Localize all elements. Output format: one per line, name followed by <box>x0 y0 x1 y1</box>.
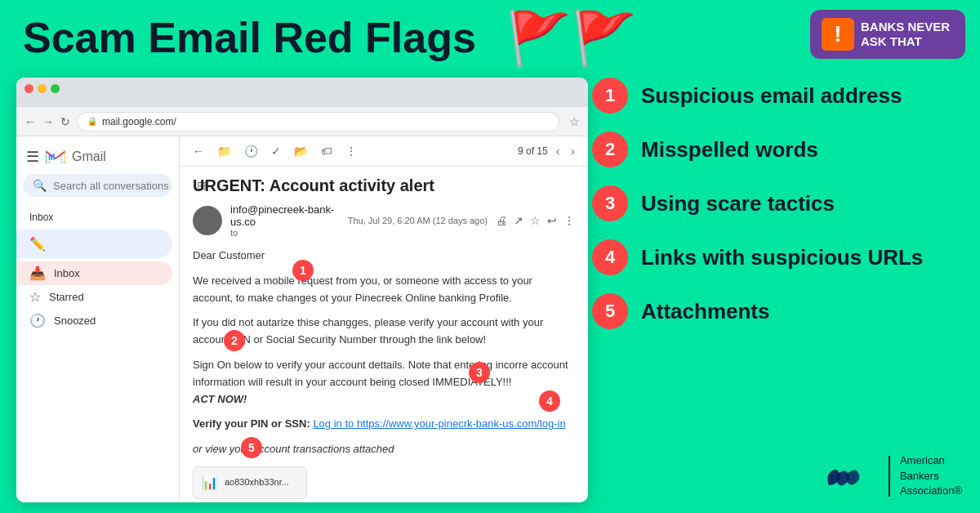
address-bar-area: ← → ↻ 🔒 mail.google.com/ ☆ <box>16 107 588 136</box>
compose-icon: ✏️ <box>29 236 46 252</box>
gmail-area: ☰ M Gmail 🔍 ⊞ <box>16 136 588 502</box>
mail-label: Inbox <box>29 210 166 225</box>
dot-red[interactable] <box>24 84 33 93</box>
flag-label-3: Using scare tactics <box>641 191 835 216</box>
print-button[interactable]: 🖨 <box>496 214 507 227</box>
reply-button[interactable]: ↩ <box>547 214 557 227</box>
body-paragraph-2: If you did not autarize thise changges, … <box>193 314 575 349</box>
from-email: info@pinecreek-bank-us.co <box>230 203 340 228</box>
aba-logo-svg <box>822 460 879 493</box>
lock-icon: 🔒 <box>87 117 97 126</box>
clock-button[interactable]: 🕐 <box>241 141 261 161</box>
bookmark-icon[interactable]: ☆ <box>569 115 580 128</box>
flag-emoji: 🚩🚩 <box>506 8 637 69</box>
urgent-text: ACT NOW! <box>193 393 247 405</box>
to-field: to <box>230 228 340 238</box>
browser-dots <box>24 84 580 93</box>
tag-button[interactable]: 🏷 <box>318 141 336 161</box>
search-input[interactable] <box>53 180 190 192</box>
browser-chrome <box>16 78 588 107</box>
body-paragraph-3: Sign On below to verify your account det… <box>193 357 575 408</box>
dot-green[interactable] <box>51 84 60 93</box>
flag-item-3: 3 Using scare tactics <box>592 185 968 221</box>
badge-text: BANKS NEVER ASK THAT <box>861 20 950 49</box>
flag-label-4: Links with suspicious URLs <box>641 245 923 270</box>
back-to-inbox-button[interactable]: ← <box>189 141 207 161</box>
aba-text: American Bankers Association® <box>900 453 962 498</box>
flag-num-5: 5 <box>592 293 628 329</box>
inbox-label: Inbox <box>54 267 80 279</box>
flag-num-2: 2 <box>592 132 628 167</box>
inbox-icon: 📥 <box>29 265 46 281</box>
folder-button[interactable]: 📂 <box>291 141 311 161</box>
from-info: info@pinecreek-bank-us.co to <box>230 203 340 238</box>
email-toolbar: ← 📁 🕐 ✓ 📂 🏷 ⋮ 9 of 15 ‹ › <box>180 136 588 167</box>
next-email-button[interactable]: › <box>568 141 578 161</box>
aba-area: American Bankers Association® <box>822 453 962 498</box>
gmail-logo: M <box>46 149 65 164</box>
exclamation-icon: ! <box>822 18 854 51</box>
compose-button[interactable]: ✏️ <box>16 230 172 258</box>
email-actions: 🖨 ↗ ☆ ↩ ⋮ <box>496 214 575 227</box>
flag-num-4: 4 <box>592 239 628 275</box>
prev-email-button[interactable]: ‹ <box>553 141 564 161</box>
check-button[interactable]: ✓ <box>268 141 284 161</box>
attachment-name: ao830xhb33nr... <box>225 475 289 490</box>
reload-button[interactable]: ↻ <box>60 115 70 128</box>
avatar <box>193 206 222 235</box>
email-from-row: info@pinecreek-bank-us.co to Thu, Jul 29… <box>193 203 575 238</box>
gmail-text: Gmail <box>72 149 106 164</box>
flags-panel: 1 Suspicious email address 2 Misspelled … <box>592 78 968 347</box>
starred-label: Starred <box>49 291 84 303</box>
gmail-header-bar: ☰ M Gmail <box>16 143 179 174</box>
badge-4: 4 <box>539 390 560 412</box>
flag-num-3: 3 <box>592 185 628 221</box>
back-button[interactable]: ← <box>24 115 36 128</box>
greeting: Dear Customer <box>193 248 575 265</box>
flag-item-5: 5 Attachments <box>592 293 968 329</box>
file-icon: 📊 <box>202 472 218 493</box>
sidebar-item-inbox[interactable]: 📥 Inbox <box>16 261 172 285</box>
pagination-text: 9 of 15 <box>518 145 548 157</box>
attachment-preview[interactable]: 📊 ao830xhb33nr... <box>193 466 307 499</box>
banks-badge: ! BANKS NEVER ASK THAT <box>810 10 965 59</box>
flag-num-1: 1 <box>592 78 628 114</box>
toolbar-left: ← 📁 🕐 ✓ 📂 🏷 ⋮ <box>189 141 360 161</box>
email-body: Dear Customer We received a mobile reque… <box>193 248 575 499</box>
browser-mockup: ← → ↻ 🔒 mail.google.com/ ☆ ☰ <box>16 78 588 502</box>
gmail-search-bar[interactable]: 🔍 ⊞ <box>23 174 172 197</box>
search-icon: 🔍 <box>33 179 47 192</box>
hamburger-icon[interactable]: ☰ <box>26 148 39 166</box>
snoozed-icon: 🕐 <box>29 313 46 328</box>
star-email-button[interactable]: ☆ <box>530 214 541 227</box>
body-p3-text: Sign On below to verify your account det… <box>193 359 568 388</box>
snoozed-label: Snoozed <box>54 314 96 327</box>
dot-yellow[interactable] <box>38 84 47 93</box>
flag-item-4: 4 Links with suspicious URLs <box>592 239 968 275</box>
address-input[interactable]: 🔒 mail.google.com/ <box>77 112 559 132</box>
page-title: Scam Email Red Flags <box>23 15 476 61</box>
sidebar-nav: Inbox ✏️ 📥 Inbox ☆ Starred 🕐 Snoozed <box>16 203 179 336</box>
flag-item-2: 2 Misspelled words <box>592 132 968 167</box>
more-button[interactable]: ⋮ <box>342 141 360 161</box>
flag-label-2: Misspelled words <box>641 137 818 163</box>
forward-button[interactable]: → <box>42 115 54 128</box>
svg-text:M: M <box>48 153 55 162</box>
flag-label-5: Attachments <box>641 299 769 324</box>
external-link-button[interactable]: ↗ <box>514 214 523 227</box>
badge-1: 1 <box>292 260 314 281</box>
link-text[interactable]: Log in to https://www.your-pinecrk-bank-… <box>313 417 565 430</box>
more-options-button[interactable]: ⋮ <box>564 214 575 227</box>
verify-label: Verify your PIN or SSN: <box>193 417 310 430</box>
gmail-sidebar: ☰ M Gmail 🔍 ⊞ <box>16 136 180 502</box>
archive-button[interactable]: 📁 <box>214 141 234 161</box>
badge-3: 3 <box>469 362 490 383</box>
url-text: mail.google.com/ <box>102 116 176 127</box>
star-icon: ☆ <box>29 289 41 305</box>
badge-5: 5 <box>241 437 262 458</box>
sidebar-item-starred[interactable]: ☆ Starred <box>16 285 179 309</box>
badge-2: 2 <box>224 330 245 351</box>
aba-divider <box>889 456 890 497</box>
sidebar-item-snoozed[interactable]: 🕐 Snoozed <box>16 309 179 332</box>
email-date: Thu, Jul 29, 6:20 AM (12 days ago) <box>348 216 488 225</box>
